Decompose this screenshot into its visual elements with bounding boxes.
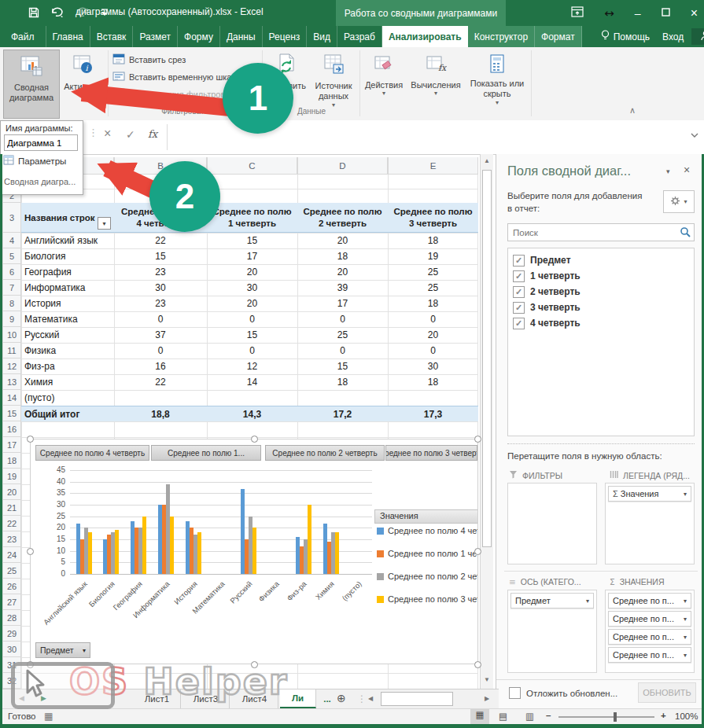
chart-bar[interactable] [170, 517, 174, 574]
tab-format[interactable]: Формат [535, 26, 582, 47]
table-cell[interactable]: 20 [297, 264, 388, 280]
chart-bar[interactable] [142, 517, 146, 574]
vertical-scroll-thumb[interactable] [482, 170, 492, 547]
tools-button[interactable]: ▾ [663, 190, 695, 213]
row-header-3[interactable]: 3 [2, 203, 21, 233]
row-header-16[interactable]: 16 [2, 421, 21, 437]
table-cell[interactable]: 18 [388, 233, 478, 248]
table-cell[interactable]: 16 [114, 358, 207, 374]
row-header-23[interactable]: 23 [2, 531, 21, 547]
table-cell[interactable]: 0 [388, 343, 478, 358]
active-field-button[interactable]: i Активное [61, 50, 105, 117]
row-header-15[interactable]: 15 [2, 406, 21, 421]
selection-handle[interactable] [27, 436, 34, 443]
value-column-header[interactable]: Среднее по полю 4 четверть [119, 203, 202, 233]
table-cell[interactable]: 30 [114, 280, 207, 296]
table-row-name[interactable]: Математика [24, 311, 112, 327]
column-header-corner[interactable] [81, 157, 114, 175]
selection-handle[interactable] [474, 548, 481, 555]
tab-Вид[interactable]: Вид [307, 26, 337, 47]
tab-Реценз[interactable]: Реценз [263, 26, 308, 47]
zoom-out-icon[interactable]: – [546, 711, 551, 720]
table-cell[interactable] [207, 390, 297, 406]
table-cell[interactable]: 20 [207, 296, 297, 311]
tab-nav-right-icon[interactable]: ▶ [41, 694, 46, 702]
tab-analyze[interactable]: Анализировать [382, 26, 468, 47]
search-box[interactable] [507, 223, 695, 241]
total-label[interactable]: Общий итог [24, 406, 112, 421]
cancel-icon[interactable]: × [104, 127, 111, 141]
row-header-32[interactable]: 32 [2, 673, 21, 689]
maximize-button[interactable] [662, 8, 670, 19]
table-cell[interactable]: 30 [388, 358, 478, 374]
values-area-pill[interactable]: Среднее по п...▾ [608, 611, 691, 627]
zoom-slider-track[interactable] [558, 716, 654, 718]
selection-handle[interactable] [251, 661, 258, 668]
row-header-19[interactable]: 19 [2, 469, 21, 484]
field-checkbox[interactable]: ✓ [513, 286, 525, 298]
row-header-31[interactable]: 31 [2, 657, 21, 673]
legend-entry[interactable]: Среднее по полю 1 четверть [388, 549, 478, 560]
table-row-name[interactable]: География [24, 264, 112, 280]
chart-field-button[interactable]: Среднее по полю 4 четверть [35, 445, 149, 461]
row-header-22[interactable]: 22 [2, 516, 21, 531]
selection-handle[interactable] [251, 436, 258, 443]
table-cell[interactable]: 0 [114, 343, 207, 358]
selection-handle[interactable] [474, 436, 481, 443]
row-header-27[interactable]: 27 [2, 594, 21, 610]
chart-bar[interactable] [252, 528, 256, 574]
row-header-20[interactable]: 20 [2, 484, 21, 500]
table-cell[interactable]: 18 [388, 296, 478, 311]
row-header-8[interactable]: 8 [2, 296, 21, 311]
table-cell[interactable]: 22 [114, 374, 207, 390]
row-labels-header[interactable]: Названия строк [24, 203, 100, 233]
legend-entry[interactable]: Среднее по полю 4 четверть [388, 526, 478, 537]
tab-Данны[interactable]: Данны [220, 26, 263, 47]
table-cell[interactable]: 0 [207, 311, 297, 327]
tab-Главна[interactable]: Главна [46, 26, 90, 47]
calculations-button[interactable]: fx Вычисления ▾ [408, 50, 463, 117]
chart-bar[interactable] [88, 532, 92, 574]
column-header-E[interactable]: E [388, 157, 478, 175]
row-header-29[interactable]: 29 [2, 626, 21, 642]
table-row-name[interactable]: Информатика [24, 280, 112, 296]
zoom-in-icon[interactable]: + [661, 711, 666, 720]
actions-button[interactable]: Действия ▾ [363, 50, 405, 117]
row-header-24[interactable]: 24 [2, 547, 21, 563]
row-header-17[interactable]: 17 [2, 437, 21, 453]
table-cell[interactable]: 0 [207, 343, 297, 358]
table-row-name[interactable]: История [24, 296, 112, 311]
legend-area-box[interactable]: Σ Значения▾ [605, 483, 695, 564]
table-cell[interactable]: 0 [297, 311, 388, 327]
page-break-view-icon[interactable]: ▥ [525, 711, 534, 722]
row-header-13[interactable]: 13 [2, 374, 21, 390]
values-area-pill[interactable]: Среднее по п...▾ [608, 647, 691, 663]
row-header-11[interactable]: 11 [2, 343, 21, 358]
zoom-level[interactable]: 100% [675, 711, 698, 721]
column-header-B[interactable]: B [114, 157, 207, 175]
table-cell[interactable]: 15 [114, 248, 207, 264]
field-checkbox[interactable]: ✓ [513, 270, 525, 282]
chart-axis-field-button[interactable]: Предмет▾ [35, 642, 90, 658]
sign-in-button[interactable]: Вход [656, 26, 690, 47]
total-value[interactable]: 17,2 [297, 406, 388, 421]
table-cell[interactable]: 25 [388, 264, 478, 280]
row-header-10[interactable]: 10 [2, 327, 21, 343]
options-item[interactable]: Параметры [3, 155, 66, 167]
table-cell[interactable]: 0 [114, 311, 207, 327]
page-layout-view-icon[interactable]: ▤ [499, 711, 507, 722]
row-header-18[interactable]: 18 [2, 453, 21, 469]
row-header-6[interactable]: 6 [2, 264, 21, 280]
tab-help[interactable]: Помощь [595, 26, 656, 47]
row-header-7[interactable]: 7 [2, 280, 21, 296]
tab-Размет[interactable]: Размет [133, 26, 178, 47]
chart-field-button[interactable]: Среднее по полю 2 четверть [265, 445, 385, 461]
sheet-tab-Лист3[interactable]: Лист3 [182, 689, 230, 708]
total-value[interactable]: 18,8 [114, 406, 207, 421]
table-row-name[interactable]: Физика [24, 343, 112, 358]
values-area-pill[interactable]: Среднее по п...▾ [608, 593, 691, 609]
table-cell[interactable]: 18 [297, 374, 388, 390]
hscroll-right-icon[interactable]: ▶ [485, 695, 489, 702]
expand-formula-bar-icon[interactable] [691, 130, 698, 141]
table-cell[interactable]: 17 [297, 296, 388, 311]
